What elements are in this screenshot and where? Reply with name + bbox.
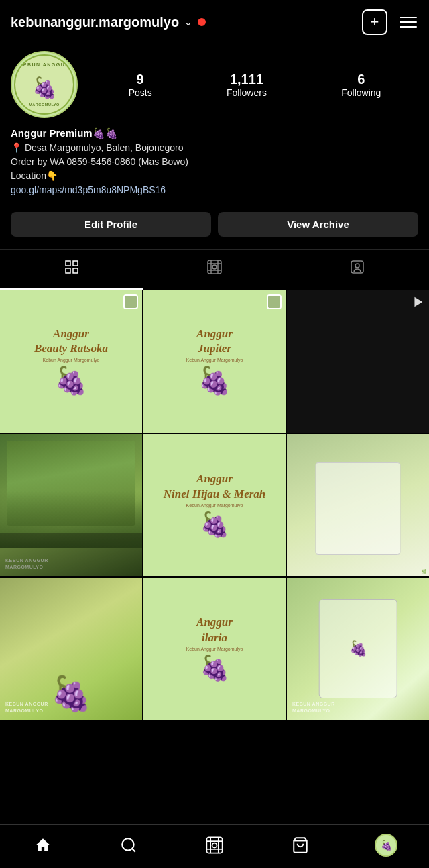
post-4-photo: KEBUN ANGGURMARGOMULYO xyxy=(0,434,142,576)
stat-posts[interactable]: 9 Posts xyxy=(129,72,152,98)
menu-line-3 xyxy=(400,26,417,28)
add-button[interactable]: + xyxy=(362,9,387,35)
nav-reels[interactable] xyxy=(198,832,231,859)
grid-icon xyxy=(64,259,80,279)
username[interactable]: kebunanggur.margomulyo xyxy=(11,15,179,30)
avatar-label-top: KEBUN ANGGUR xyxy=(19,62,70,67)
svg-rect-10 xyxy=(351,261,363,273)
stat-posts-label: Posts xyxy=(129,87,152,98)
post-6-watermark: 🌿 xyxy=(422,569,426,574)
bio-name: Anggur Premium🍇🍇 xyxy=(11,127,418,140)
post-1-content: AnggurBeauty Ratsoka Kebun Anggur Margom… xyxy=(0,290,142,433)
post-2-checkbox xyxy=(267,294,282,309)
avatar-circle: KEBUN ANGGUR 🍇 MARGOMULYO xyxy=(11,51,78,118)
post-9-photo: 🍇 KEBUN ANGGURMARGOMULYO xyxy=(287,578,429,720)
dropdown-icon[interactable]: ⌄ xyxy=(184,17,192,28)
svg-rect-4 xyxy=(208,260,221,274)
posts-grid: AnggurBeauty Ratsoka Kebun Anggur Margom… xyxy=(0,290,429,720)
svg-point-5 xyxy=(212,265,217,269)
post-1-subtitle: Kebun Anggur Margomulyo xyxy=(43,358,100,362)
stat-followers-label: Followers xyxy=(227,87,267,98)
post-7-watermark: KEBUN ANGGURMARGOMULYO xyxy=(5,701,48,714)
post-5-title: AnggurNinel Hijau & Merah xyxy=(164,472,266,501)
profile-section: KEBUN ANGGUR 🍇 MARGOMULYO 9 Posts 1,111 … xyxy=(0,44,429,118)
post-5-grape-icon: 🍇 xyxy=(200,510,230,539)
post-3[interactable] xyxy=(287,290,429,433)
tab-tagged[interactable] xyxy=(286,250,429,290)
post-9-watermark: KEBUN ANGGURMARGOMULYO xyxy=(292,701,335,714)
live-dot xyxy=(198,18,206,26)
post-1-checkbox xyxy=(123,294,138,309)
search-icon xyxy=(120,836,137,854)
bio-section: Anggur Premium🍇🍇 📍 Desa Margomulyo, Bale… xyxy=(0,127,429,205)
post-6-photo: 🌿 xyxy=(287,434,429,576)
stat-following-label: Following xyxy=(341,87,381,98)
post-4-watermark: KEBUN ANGGURMARGOMULYO xyxy=(5,557,48,571)
svg-line-13 xyxy=(132,849,135,852)
post-5-subtitle: Kebun Anggur Margomulyo xyxy=(186,503,243,508)
post-3-reel-icon xyxy=(410,294,425,313)
svg-rect-14 xyxy=(206,837,222,853)
shop-icon xyxy=(292,836,309,854)
nav-profile[interactable]: 🍇 xyxy=(370,832,402,859)
svg-rect-2 xyxy=(66,268,70,273)
bio-link[interactable]: goo.gl/maps/md3p5m8u8NPMgBS16 xyxy=(11,184,166,195)
post-5-content: AnggurNinel Hijau & Merah Kebun Anggur M… xyxy=(143,434,286,576)
post-7[interactable]: 🍇 KEBUN ANGGURMARGOMULYO xyxy=(0,578,142,720)
tabs-row xyxy=(0,249,429,290)
stat-following[interactable]: 6 Following xyxy=(341,72,381,98)
nav-avatar: 🍇 xyxy=(375,834,397,857)
post-1[interactable]: AnggurBeauty Ratsoka Kebun Anggur Margom… xyxy=(0,290,142,433)
avatar-inner: KEBUN ANGGUR 🍇 MARGOMULYO xyxy=(14,54,74,115)
nav-search[interactable] xyxy=(113,832,145,859)
tagged-icon xyxy=(349,259,365,279)
post-3-content xyxy=(287,290,429,433)
post-1-title: AnggurBeauty Ratsoka xyxy=(34,327,108,356)
tab-grid[interactable] xyxy=(0,250,143,290)
svg-rect-3 xyxy=(73,268,78,273)
post-8-title: Anggurilaria xyxy=(196,615,233,645)
post-1-grape-icon: 🍇 xyxy=(54,365,88,396)
post-8-content: Anggurilaria Kebun Anggur Margomulyo 🍇 xyxy=(143,578,286,720)
avatar-label-bottom: MARGOMULYO xyxy=(29,103,59,107)
tab-reels[interactable] xyxy=(143,250,286,290)
post-8-grape-icon: 🍇 xyxy=(200,654,230,682)
svg-rect-0 xyxy=(66,261,70,266)
bottom-nav: 🍇 xyxy=(0,824,429,868)
nav-home[interactable] xyxy=(27,832,59,859)
reels-nav-icon xyxy=(205,836,224,855)
menu-button[interactable] xyxy=(398,15,418,29)
view-archive-button[interactable]: View Archive xyxy=(218,212,418,237)
action-buttons: Edit Profile View Archive xyxy=(0,205,429,249)
nav-avatar-grape: 🍇 xyxy=(381,840,392,851)
nav-shop[interactable] xyxy=(284,832,316,859)
avatar[interactable]: KEBUN ANGGUR 🍇 MARGOMULYO xyxy=(11,51,78,118)
bio-text: 📍 Desa Margomulyo, Balen, Bojonegoro Ord… xyxy=(11,141,418,197)
post-2-subtitle: Kebun Anggur Margomulyo xyxy=(186,358,243,362)
post-5[interactable]: AnggurNinel Hijau & Merah Kebun Anggur M… xyxy=(143,434,286,576)
svg-point-12 xyxy=(122,838,133,850)
post-8-subtitle: Kebun Anggur Margomulyo xyxy=(186,647,243,651)
stat-posts-number: 9 xyxy=(129,72,152,87)
top-bar-left: kebunanggur.margomulyo ⌄ xyxy=(11,15,206,30)
profile-info-row: KEBUN ANGGUR 🍇 MARGOMULYO 9 Posts 1,111 … xyxy=(11,51,418,118)
post-8[interactable]: Anggurilaria Kebun Anggur Margomulyo 🍇 xyxy=(143,578,286,720)
grape-icon: 🍇 xyxy=(32,76,57,99)
edit-profile-button[interactable]: Edit Profile xyxy=(11,212,211,237)
post-2-title: AnggurJupiter xyxy=(196,327,233,356)
post-2-content: AnggurJupiter Kebun Anggur Margomulyo 🍇 xyxy=(143,290,286,433)
stats-row: 9 Posts 1,111 Followers 6 Following xyxy=(91,72,418,98)
stat-followers-number: 1,111 xyxy=(227,72,267,87)
svg-point-11 xyxy=(355,264,359,268)
top-bar: kebunanggur.margomulyo ⌄ + xyxy=(0,0,429,44)
plus-icon: + xyxy=(371,13,379,31)
post-2[interactable]: AnggurJupiter Kebun Anggur Margomulyo 🍇 xyxy=(143,290,286,433)
post-4[interactable]: KEBUN ANGGURMARGOMULYO xyxy=(0,434,142,576)
post-7-photo: 🍇 KEBUN ANGGURMARGOMULYO xyxy=(0,578,142,720)
stat-followers[interactable]: 1,111 Followers xyxy=(227,72,267,98)
menu-line-1 xyxy=(400,17,417,18)
post-9[interactable]: 🍇 KEBUN ANGGURMARGOMULYO xyxy=(287,578,429,720)
post-6[interactable]: 🌿 xyxy=(287,434,429,576)
post-2-grape-icon: 🍇 xyxy=(198,365,231,396)
stat-following-number: 6 xyxy=(341,72,381,87)
